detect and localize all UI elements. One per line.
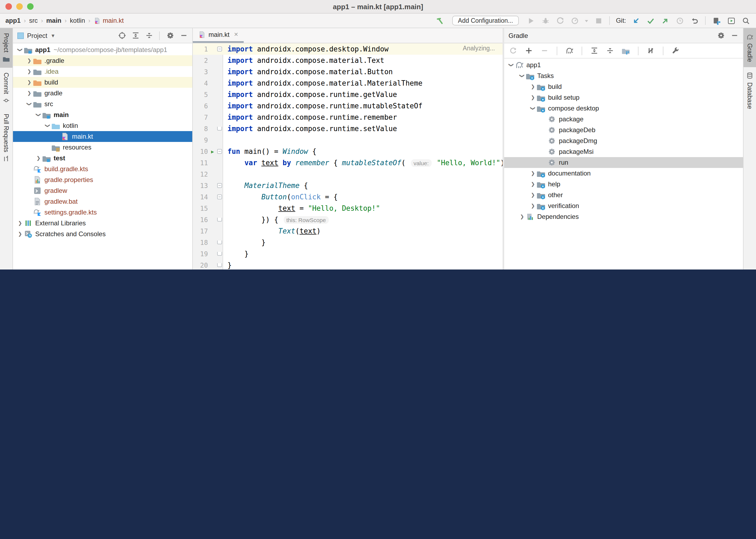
run-line-icon[interactable]: ▶ [209,149,216,154]
stripe-button-database[interactable]: Database [743,67,756,114]
tree-item-settings-gradle-kts[interactable]: settings.gradle.kts [13,207,192,218]
tree-item-packagemsi[interactable]: packageMsi [504,146,743,157]
code-line-8[interactable]: 8import androidx.compose.runtime.setValu… [193,123,503,134]
tree-item-help[interactable]: ❯help [504,179,743,190]
running-app-icon[interactable] [726,16,736,26]
chevron-expanded-icon[interactable]: ❯ [17,46,23,54]
build-hammer-icon[interactable] [435,16,445,26]
add-configuration-button[interactable]: Add Configuration... [452,16,519,26]
chevron-collapsed-icon[interactable]: ❯ [529,95,537,100]
chevron-collapsed-icon[interactable]: ❯ [529,84,537,89]
code-line-2[interactable]: 2import androidx.compose.material.Text [193,55,503,66]
code-line-10[interactable]: 10▶−fun main() = Window { [193,146,503,157]
tree-item--idea[interactable]: ❯.idea [13,66,192,77]
history-icon[interactable] [675,16,685,26]
hide-panel-icon[interactable] [730,31,739,40]
tree-item-packagedmg[interactable]: packageDmg [504,135,743,146]
tree-item-packagedeb[interactable]: packageDeb [504,124,743,135]
chevron-collapsed-icon[interactable]: ❯ [518,214,526,219]
breadcrumb-item-src[interactable]: src [29,17,37,24]
project-structure-icon[interactable] [712,16,722,26]
tree-item-gradlew[interactable]: gradlew [13,185,192,196]
tree-item-gradle-properties[interactable]: gradle.properties [13,175,192,185]
chevron-collapsed-icon[interactable]: ❯ [529,203,537,208]
chevron-collapsed-icon[interactable]: ❯ [26,91,33,96]
tree-item-external-libraries[interactable]: ❯External Libraries [13,218,192,229]
git-push-icon[interactable] [660,16,670,26]
tree-item-tasks[interactable]: ❯Tasks [504,70,743,81]
chevron-collapsed-icon[interactable]: ❯ [16,220,24,226]
tree-item-app1[interactable]: ❯app1~/compose/compose-jb/templates/app1 [13,44,192,55]
link-project-icon[interactable] [524,46,533,55]
chevron-expanded-icon[interactable]: ❯ [36,111,41,118]
chevron-expanded-icon[interactable]: ❯ [27,100,32,108]
code-line-1[interactable]: 1−import androidx.compose.desktop.Window [193,43,503,55]
code-line-19[interactable]: 19 } [193,248,503,260]
tree-item-main[interactable]: ❯main [13,110,192,120]
breadcrumb-item-main-kt[interactable]: main.kt [94,17,123,24]
tree-item-compose-desktop[interactable]: ❯compose desktop [504,103,743,114]
tree-item-app1[interactable]: ❯app1 [504,60,743,70]
tree-item-src[interactable]: ❯src [13,99,192,110]
chevron-collapsed-icon[interactable]: ❯ [529,171,537,176]
reload-gradle-icon[interactable] [509,46,518,55]
git-commit-icon[interactable] [646,16,655,26]
tree-item-test[interactable]: ❯test [13,153,192,164]
collapse-all-icon[interactable] [145,31,153,40]
search-everywhere-icon[interactable] [741,16,751,26]
code-line-6[interactable]: 6import androidx.compose.runtime.mutable… [193,100,503,112]
gear-icon[interactable] [166,31,174,40]
tree-item-build-gradle-kts[interactable]: build.gradle.kts [13,164,192,175]
code-editor[interactable]: 1−import androidx.compose.desktop.Window… [193,43,503,270]
chevron-expanded-icon[interactable]: ❯ [509,61,514,69]
gradle-settings-icon[interactable] [671,46,680,55]
tree-item-documentation[interactable]: ❯documentation [504,168,743,179]
tab-main-kt[interactable]: main.kt ✕ [193,28,244,43]
select-opened-file-icon[interactable] [117,31,126,40]
breadcrumb-item-app1[interactable]: app1 [5,17,21,24]
code-line-5[interactable]: 5import androidx.compose.runtime.getValu… [193,89,503,100]
collapse-all-icon[interactable] [605,46,615,55]
hide-panel-icon[interactable] [179,31,188,40]
tree-item-kotlin[interactable]: ❯kotlin [13,120,192,131]
execute-task-icon[interactable] [565,46,574,55]
tree-item-package[interactable]: package [504,114,743,124]
tree-item-scratches-and-consoles[interactable]: ❯Scratches and Consoles [13,229,192,239]
code-line-20[interactable]: 20} [193,260,503,270]
chevron-expanded-icon[interactable]: ❯ [519,72,525,80]
chevron-collapsed-icon[interactable]: ❯ [26,69,33,74]
close-tab-icon[interactable]: ✕ [234,32,238,38]
chevron-collapsed-icon[interactable]: ❯ [16,231,24,237]
code-line-15[interactable]: 15 text = "Hello, Desktop!" [193,202,503,214]
code-line-14[interactable]: 14− Button(onClick = { [193,191,503,202]
tree-item-gradlew-bat[interactable]: gradlew.bat [13,196,192,207]
code-line-12[interactable]: 12 [193,169,503,180]
tree-item-dependencies[interactable]: ❯Dependencies [504,211,743,222]
tree-item-gradle[interactable]: ❯gradle [13,88,192,99]
stripe-button-pull-requests[interactable]: Pull Requests [0,109,13,168]
project-panel-title[interactable]: Project ▼ [17,32,55,39]
code-line-18[interactable]: 18 } [193,237,503,248]
expand-all-icon[interactable] [590,46,599,55]
offline-mode-icon[interactable] [646,46,655,55]
code-line-9[interactable]: 9 [193,134,503,146]
expand-all-icon[interactable] [131,31,140,40]
tree-item--gradle[interactable]: ❯.gradle [13,55,192,66]
code-line-11[interactable]: 11 var text by remember { mutableStateOf… [193,157,503,169]
tree-item-main-kt[interactable]: main.kt [13,131,192,142]
code-line-17[interactable]: 17 Text(text) [193,225,503,237]
git-update-icon[interactable] [631,16,641,26]
chevron-collapsed-icon[interactable]: ❯ [26,80,33,85]
tree-item-verification[interactable]: ❯verification [504,200,743,211]
chevron-collapsed-icon[interactable]: ❯ [34,155,42,161]
tree-item-other[interactable]: ❯other [504,190,743,200]
code-line-16[interactable]: 16 }) { this: RowScope [193,214,503,225]
tree-item-build[interactable]: ❯build [13,77,192,88]
tree-item-run[interactable]: run [504,157,743,168]
code-line-13[interactable]: 13− MaterialTheme { [193,180,503,191]
chevron-collapsed-icon[interactable]: ❯ [529,192,537,198]
breadcrumb-item-main[interactable]: main [46,17,61,24]
code-line-7[interactable]: 7import androidx.compose.runtime.remembe… [193,112,503,123]
chevron-collapsed-icon[interactable]: ❯ [26,58,33,63]
code-line-4[interactable]: 4import androidx.compose.material.Materi… [193,77,503,89]
